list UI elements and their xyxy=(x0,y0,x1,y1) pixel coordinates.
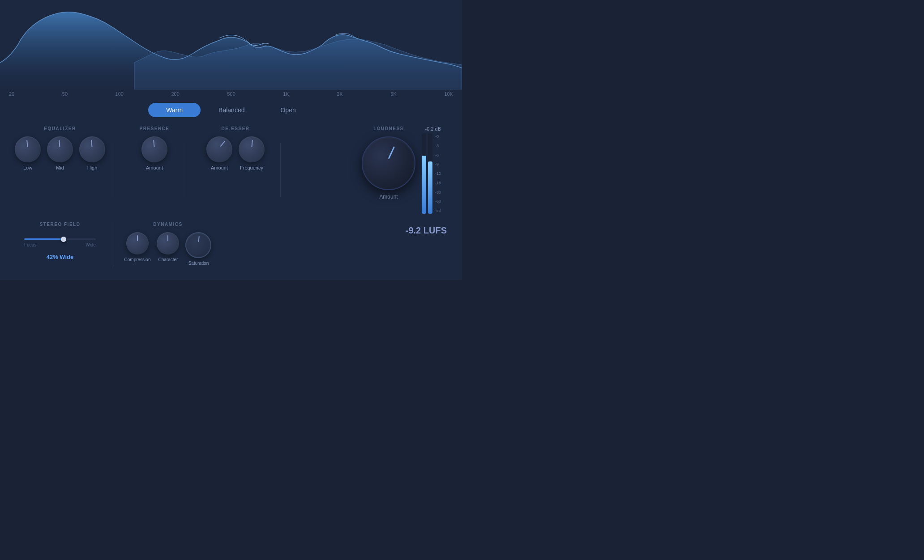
scale-6: -6 xyxy=(435,153,441,157)
slider-thumb[interactable] xyxy=(61,237,66,242)
equalizer-label: EQUALIZER xyxy=(44,126,76,131)
knob-group-low: Low xyxy=(15,136,41,170)
eq-mid-label: Mid xyxy=(56,165,64,170)
knob-group-saturation: Saturation xyxy=(185,232,211,266)
loudness-knob[interactable] xyxy=(362,136,415,190)
deesser-freq-knob[interactable] xyxy=(238,136,266,164)
freq-100: 100 xyxy=(116,91,124,97)
stereo-field-label: STEREO FIELD xyxy=(40,222,81,227)
divider-4 xyxy=(114,222,114,267)
eq-low-knob[interactable] xyxy=(14,136,42,164)
meter-wrapper: -0 -3 -6 -9 -12 -18 -30 -60 -inf xyxy=(422,133,441,214)
scale-60: -60 xyxy=(435,199,441,204)
eq-low-label: Low xyxy=(23,165,32,170)
freq-500: 500 xyxy=(227,91,235,97)
stereo-slider-container: Focus Wide xyxy=(24,238,96,247)
eq-high-knob[interactable] xyxy=(78,136,107,164)
profile-balanced-button[interactable]: Balanced xyxy=(201,103,262,117)
profile-warm-button[interactable]: Warm xyxy=(148,103,201,117)
knob-group-compression: Compression xyxy=(124,232,151,266)
scale-9: -9 xyxy=(435,162,441,166)
divider-1 xyxy=(114,143,114,197)
scale-0: -0 xyxy=(435,134,441,139)
slider-wide-label: Wide xyxy=(86,242,96,247)
deesser-label: DE-ESSER xyxy=(221,126,249,131)
freq-2k: 2K xyxy=(337,91,342,97)
app-container: 20 50 100 200 500 1K 2K 5K 10K Warm Bala… xyxy=(0,0,462,280)
freq-labels: 20 50 100 200 500 1K 2K 5K 10K xyxy=(0,91,462,97)
character-knob[interactable] xyxy=(157,232,179,255)
knob-group-high: High xyxy=(79,136,105,170)
knob-group-deesser-freq: Frequency xyxy=(239,136,265,170)
lufs-value: -9.2 LUFS xyxy=(406,225,447,236)
loudness-db-label: -0.2 dB xyxy=(425,126,441,132)
compression-label: Compression xyxy=(124,257,151,262)
knob-group-deesser-amount: Amount xyxy=(206,136,232,170)
knob-group-presence-amount: Amount xyxy=(141,136,167,170)
compression-knob[interactable] xyxy=(126,232,149,255)
presence-amount-label: Amount xyxy=(146,165,163,170)
loudness-label: LOUDNESS xyxy=(373,126,404,131)
controls-row2: STEREO FIELD Focus Wide 42% Wide DYNAMIC… xyxy=(0,217,462,267)
freq-5k: 5K xyxy=(390,91,396,97)
presence-label: PRESENCE xyxy=(139,126,169,131)
slider-labels: Focus Wide xyxy=(24,242,96,247)
scale-12: -12 xyxy=(435,171,441,176)
loudness-section: LOUDNESS Amount -0.2 dB -0 -3 xyxy=(362,126,451,214)
freq-200: 200 xyxy=(171,91,180,97)
knob-group-mid: Mid xyxy=(47,136,73,170)
freq-1k: 1K xyxy=(283,91,289,97)
character-label: Character xyxy=(158,257,178,262)
dynamics-label: DYNAMICS xyxy=(153,222,182,227)
profile-open-button[interactable]: Open xyxy=(262,103,313,117)
slider-fill xyxy=(24,238,64,240)
presence-section: PRESENCE Amount xyxy=(128,126,181,170)
stereo-field-section: STEREO FIELD Focus Wide 42% Wide xyxy=(11,222,109,260)
deesser-section: DE-ESSER Amount Frequency xyxy=(195,126,276,170)
deesser-amount-label: Amount xyxy=(211,165,228,170)
knob-group-character: Character xyxy=(157,232,179,266)
divider-3 xyxy=(280,143,281,197)
loudness-amount-label: Amount xyxy=(379,194,398,200)
slider-focus-label: Focus xyxy=(24,242,36,247)
dynamics-section: DYNAMICS Compression Character Saturatio… xyxy=(123,222,213,266)
slider-track xyxy=(24,238,96,240)
eq-high-label: High xyxy=(87,165,98,170)
deesser-freq-label: Frequency xyxy=(240,165,263,170)
controls-row1: EQUALIZER Low Mid High PRESENCE xyxy=(0,126,462,214)
freq-50: 50 xyxy=(62,91,68,97)
equalizer-section: EQUALIZER Low Mid High xyxy=(11,126,109,170)
presence-amount-knob[interactable] xyxy=(141,136,169,164)
saturation-label: Saturation xyxy=(188,261,209,266)
scale-18: -18 xyxy=(435,181,441,185)
saturation-knob[interactable] xyxy=(184,231,213,259)
eq-mid-knob[interactable] xyxy=(46,136,74,164)
meter-scale: -0 -3 -6 -9 -12 -18 -30 -60 -inf xyxy=(435,133,441,214)
deesser-amount-knob[interactable] xyxy=(203,133,236,166)
freq-10k: 10K xyxy=(444,91,453,97)
lufs-section: -9.2 LUFS xyxy=(406,222,451,236)
scale-inf: -inf xyxy=(435,208,441,213)
divider-2 xyxy=(186,143,186,197)
waveform-area xyxy=(0,0,462,89)
stereo-value: 42% Wide xyxy=(47,254,74,260)
freq-20: 20 xyxy=(9,91,14,97)
scale-30: -30 xyxy=(435,190,441,195)
profile-buttons: Warm Balanced Open xyxy=(0,103,462,117)
scale-3: -3 xyxy=(435,144,441,148)
